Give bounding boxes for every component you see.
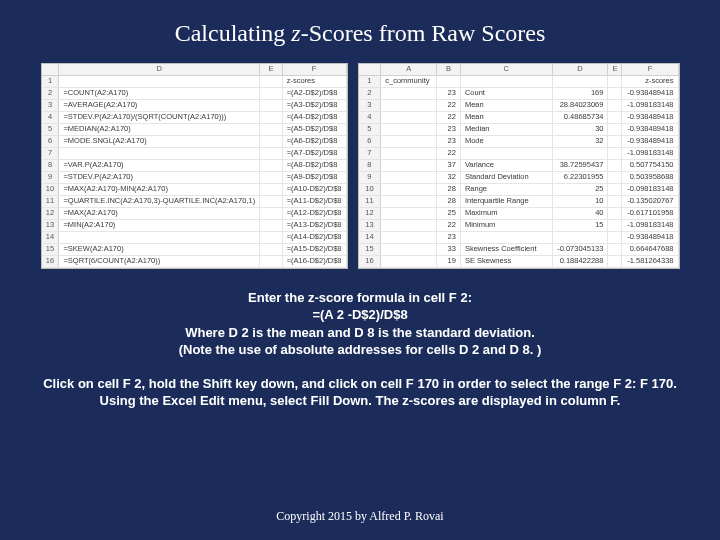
row-number: 2 [359,87,381,99]
cell: =(A15-D$2)/D$8 [282,243,346,255]
cell: 23 [437,231,461,243]
row-number: 3 [359,99,381,111]
table-row: 7=(A7-D$2)/D$8 [42,147,347,159]
col-header: D [552,64,608,75]
cell [260,231,283,243]
row-number: 12 [359,207,381,219]
cell: =(A10-D$2)/D$8 [282,183,346,195]
cell [608,255,622,267]
cell: 0.48685734 [552,111,608,123]
cell: =COUNT(A2:A170) [59,87,260,99]
copyright: Copyright 2015 by Alfred P. Rovai [0,509,720,524]
instr-line: Using the Excel Edit menu, select Fill D… [38,392,682,410]
table-row: 1128Interquartile Range10-0.135020767 [359,195,679,207]
cell: -0.135020767 [622,195,678,207]
row-number: 1 [359,75,381,87]
title-italic: z [291,20,300,46]
table-row: 722-1.098183148 [359,147,679,159]
cell: 25 [552,183,608,195]
cell: =(A5-D$2)/D$8 [282,123,346,135]
cell: -0.938489418 [622,111,678,123]
cell [381,87,437,99]
row-number: 15 [359,243,381,255]
cell: Interquartile Range [460,195,552,207]
col-header: A [381,64,437,75]
cell [460,75,552,87]
col-header: F [282,64,346,75]
row-number: 16 [359,255,381,267]
instr-line: Where D 2 is the mean and D 8 is the sta… [58,324,662,342]
cell: =(A9-D$2)/D$8 [282,171,346,183]
cell: -0.938489418 [622,87,678,99]
cell: 28.84023069 [552,99,608,111]
cell [608,99,622,111]
cell [608,219,622,231]
cell [608,183,622,195]
cell: -0.938489418 [622,135,678,147]
col-header: E [260,64,283,75]
row-number: 13 [42,219,59,231]
cell: 22 [437,147,461,159]
cell: -0.617101958 [622,207,678,219]
cell [59,231,260,243]
cell: Minimum [460,219,552,231]
cell [260,147,283,159]
instr-line: =(A 2 -D$2)/D$8 [58,306,662,324]
cell: 40 [552,207,608,219]
row-number: 11 [359,195,381,207]
table-row: 16=SQRT(6/COUNT(A2:A170))=(A16-D$2)/D$8 [42,255,347,267]
cell: =VAR.P(A2:A170) [59,159,260,171]
cell [608,159,622,171]
excel-left: D E F 1z-scores2=COUNT(A2:A170)=(A2-D$2)… [41,63,348,269]
row-number: 9 [42,171,59,183]
cell: =SKEW(A2:A170) [59,243,260,255]
cell [381,99,437,111]
cell: 6.22301955 [552,171,608,183]
table-row: 15=SKEW(A2:A170)=(A15-D$2)/D$8 [42,243,347,255]
cell: -1.098183148 [622,219,678,231]
cell: Range [460,183,552,195]
row-number: 14 [359,231,381,243]
cell: =(A16-D$2)/D$8 [282,255,346,267]
row-number: 10 [359,183,381,195]
cell: 33 [437,243,461,255]
instr-line: Enter the z-score formula in cell F 2: [58,289,662,307]
cell: 22 [437,219,461,231]
cell [381,219,437,231]
cell [608,243,622,255]
cell: =STDEV.P(A2:A170)/(SQRT(COUNT(A2:A170))) [59,111,260,123]
cell [260,243,283,255]
screenshot-row: D E F 1z-scores2=COUNT(A2:A170)=(A2-D$2)… [28,63,692,269]
cell [260,219,283,231]
cell [59,147,260,159]
cell: =(A4-D$2)/D$8 [282,111,346,123]
cell: =MEDIAN(A2:A170) [59,123,260,135]
row-number: 2 [42,87,59,99]
cell: =MODE.SNGL(A2:A170) [59,135,260,147]
table-row: 837Variance38.725954370.507754150 [359,159,679,171]
cell: 10 [552,195,608,207]
cell: -0.938489418 [622,123,678,135]
cell: 0.507754150 [622,159,678,171]
row-number: 12 [42,207,59,219]
row-number: 3 [42,99,59,111]
table-row: 1619SE Skewness0.188422288-1.581264338 [359,255,679,267]
table-row: 1z-scores [42,75,347,87]
cell: =(A8-D$2)/D$8 [282,159,346,171]
table-row: 1423-0.938489418 [359,231,679,243]
row-number: 1 [42,75,59,87]
cell [608,195,622,207]
col-header: F [622,64,678,75]
table-row: 12=MAX(A2:A170)=(A12-D$2)/D$8 [42,207,347,219]
cell: =(A11-D$2)/D$8 [282,195,346,207]
cell [260,183,283,195]
row-number: 7 [359,147,381,159]
cell [260,99,283,111]
cell: SE Skewness [460,255,552,267]
row-number: 7 [42,147,59,159]
cell [552,231,608,243]
cell: 28 [437,183,461,195]
cell: 22 [437,111,461,123]
cell [608,207,622,219]
instr-line: (Note the use of absolute addresses for … [58,341,662,359]
